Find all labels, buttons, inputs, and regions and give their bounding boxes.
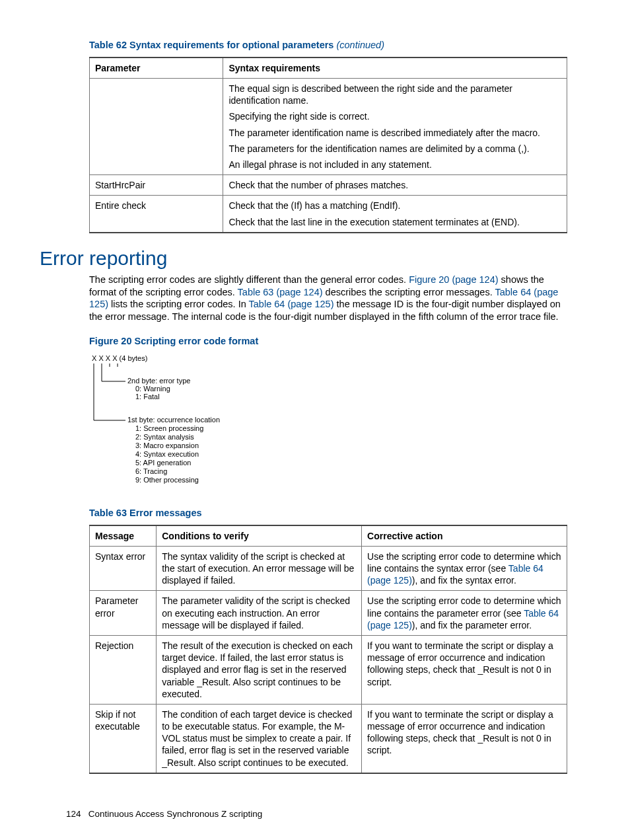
caption-continued: (continued) <box>336 40 384 50</box>
cell: The parameter validity of the script is … <box>157 591 362 636</box>
cell: Check that the (If) has a matching (EndI… <box>223 196 567 233</box>
cell: StartHrcPair <box>90 175 223 196</box>
cell: The condition of each target device is c… <box>157 704 362 773</box>
txt: describes the scripting error messages. <box>323 287 495 297</box>
t63-h0: Message <box>90 525 157 547</box>
cell: The syntax validity of the script is che… <box>157 546 362 591</box>
cell: The result of the execution is checked o… <box>157 635 362 704</box>
txt: If you want to terminate the script or d… <box>367 709 553 756</box>
t62-h1: Syntax requirements <box>223 57 567 79</box>
para: Check that the (If) has a matching (EndI… <box>228 200 561 211</box>
cell <box>90 79 223 175</box>
fig-g1-2: 3: Macro expansion <box>135 441 199 449</box>
cell: Use the scripting error code to determin… <box>362 546 567 591</box>
cell: Use the scripting error code to determin… <box>362 591 567 636</box>
page-number: 124 <box>66 809 81 819</box>
fig-g1-0: 1: Screen processing <box>135 424 203 432</box>
table-row: Syntax error The syntax validity of the … <box>90 546 567 591</box>
para: Check that the number of phrases matches… <box>228 179 561 191</box>
fig-g2-title: 2nd byte: error type <box>127 377 190 385</box>
cell: Entire check <box>90 196 223 233</box>
link-table63[interactable]: Table 63 (page 124) <box>238 287 323 297</box>
table-row: The equal sign is described between the … <box>90 79 567 175</box>
table-row: StartHrcPair Check that the number of ph… <box>90 175 567 196</box>
section-heading: Error reporting <box>40 245 567 271</box>
table-row: Entire check Check that the (If) has a m… <box>90 196 567 233</box>
table63: Message Conditions to verify Corrective … <box>89 525 567 774</box>
table-row: Rejection The result of the execution is… <box>90 635 567 704</box>
fig-g1-6: 9: Other processing <box>135 476 199 484</box>
figure20-diagram: text { font-family: Arial, sans-serif; f… <box>89 353 567 495</box>
t62-h0: Parameter <box>90 57 223 79</box>
t63-h1: Conditions to verify <box>157 525 362 547</box>
para: The parameters for the identification na… <box>228 143 561 155</box>
page-footer: 124 Continuous Access Synchronous Z scri… <box>66 808 262 820</box>
t63-h2: Corrective action <box>362 525 567 547</box>
txt: The scripting error codes are slightly d… <box>89 274 409 285</box>
table-row: Parameter error The parameter validity o… <box>90 591 567 636</box>
body-paragraph: The scripting error codes are slightly d… <box>89 274 567 323</box>
para: The equal sign is described between the … <box>228 83 561 106</box>
fig-g1-title: 1st byte: occurrence location <box>127 416 220 424</box>
fig-g2-1: 1: Fatal <box>135 393 160 401</box>
table62-caption: Table 62 Syntax requirements for optiona… <box>89 39 567 52</box>
para: The parameter identification name is des… <box>228 127 561 139</box>
para: An illegal phrase is not included in any… <box>228 159 561 171</box>
table62: Parameter Syntax requirements The equal … <box>89 57 567 233</box>
cell: Rejection <box>90 635 157 704</box>
table63-caption: Table 63 Error messages <box>89 507 567 519</box>
cell: Syntax error <box>90 546 157 591</box>
fig-top-label: X X X X (4 bytes) <box>92 354 147 362</box>
table-row: Skip if not executable The condition of … <box>90 704 567 773</box>
caption-main: Table 62 Syntax requirements for optiona… <box>89 40 336 50</box>
cell: The equal sign is described between the … <box>223 79 567 175</box>
para: Check that the last line in the executio… <box>228 216 561 228</box>
cell: Check that the number of phrases matches… <box>223 175 567 196</box>
footer-title: Continuous Access Synchronous Z scriptin… <box>88 809 262 819</box>
cell: Skip if not executable <box>90 704 157 773</box>
txt: ), and fix the parameter error. <box>412 620 532 630</box>
txt: ), and fix the syntax error. <box>412 575 516 586</box>
cell: If you want to terminate the script or d… <box>362 635 567 704</box>
fig-g1-3: 4: Syntax execution <box>135 450 199 458</box>
figure20-caption: Figure 20 Scripting error code format <box>89 335 567 348</box>
fig-g2-0: 0: Warning <box>135 385 170 393</box>
fig-g1-4: 5: API generation <box>135 459 191 467</box>
cell: If you want to terminate the script or d… <box>362 704 567 773</box>
txt: If you want to terminate the script or d… <box>367 640 553 687</box>
para: Specifying the right side is correct. <box>228 110 561 122</box>
cell: Parameter error <box>90 591 157 636</box>
link-figure20[interactable]: Figure 20 (page 124) <box>409 274 498 285</box>
fig-g1-5: 6: Tracing <box>135 467 167 475</box>
txt: lists the scripting error codes. In <box>108 299 249 309</box>
link-table64b[interactable]: Table 64 (page 125) <box>249 299 334 309</box>
fig-g1-1: 2: Syntax analysis <box>135 433 194 441</box>
